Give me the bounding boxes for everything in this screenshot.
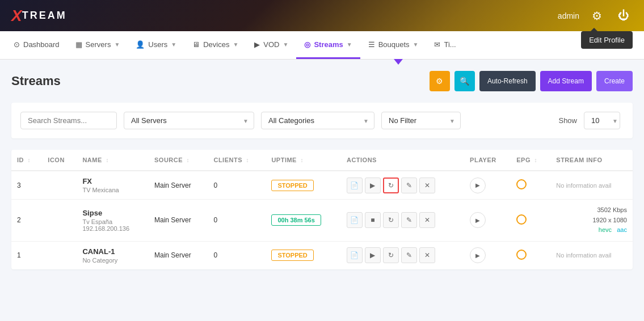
settings-button[interactable]: ⚙ (588, 7, 606, 25)
epg-indicator (516, 250, 527, 260)
col-player: PLAYER (464, 150, 511, 171)
nav-item-users[interactable]: 👤 Users ▼ (128, 31, 184, 59)
row-stream-info: No information avail (550, 171, 633, 200)
col-icon: ICON (42, 150, 77, 171)
stream-resolution: 1920 x 1080 (556, 216, 627, 226)
nav-label-vod: VOD (263, 40, 279, 49)
action-stop-btn[interactable]: ■ (365, 212, 381, 228)
nav-label-servers: Servers (86, 40, 111, 49)
col-stream-info: STREAM INFO (550, 150, 633, 171)
row-name: FX TV Mexicana (77, 171, 149, 200)
row-name: CANAL-1 No Category (77, 241, 149, 269)
epg-indicator (516, 214, 527, 225)
action-play-btn[interactable]: ▶ (365, 178, 381, 193)
servers-caret: ▼ (114, 41, 120, 48)
row-id: 1 (11, 241, 42, 269)
row-name: Sipse Tv España 192.168.200.136 (77, 200, 149, 242)
col-actions: ACTIONS (341, 150, 464, 171)
header-right: admin ⚙ ⏻ (558, 7, 633, 25)
action-file-btn[interactable]: 📄 (347, 178, 363, 193)
row-id: 2 (11, 200, 42, 242)
streams-icon: ◎ (304, 40, 310, 49)
row-stream-info: 3502 Kbps 1920 x 1080 hevc aac (550, 200, 633, 242)
row-stream-info: No information avail (550, 241, 633, 269)
show-count-wrapper: 10 25 50 100 (584, 112, 624, 129)
create-button[interactable]: Create (596, 71, 633, 91)
action-file-btn[interactable]: 📄 (347, 247, 363, 263)
player-play-btn[interactable]: ▶ (470, 212, 486, 228)
col-epg: EPG ↕ (511, 150, 550, 171)
table-row: 2 Sipse Tv España 192.168.200.136 Main S… (11, 200, 633, 242)
action-refresh-btn[interactable]: ↻ (383, 212, 399, 228)
streams-table-container: ID ↕ ICON NAME ↕ SOURCE ↕ CLIENTS ↕ UPTI… (11, 150, 633, 269)
logo-text: TREAM (22, 10, 67, 22)
nav-item-tickets[interactable]: ✉ Ti... (426, 31, 464, 59)
action-delete-btn[interactable]: ✕ (419, 178, 435, 193)
nav-item-devices[interactable]: 🖥 Devices ▼ (184, 31, 246, 59)
filter-button[interactable]: ⚙ (430, 71, 450, 91)
edit-profile-tooltip: Edit Profile (581, 31, 633, 49)
row-player: ▶ (464, 171, 511, 200)
users-icon: 👤 (136, 40, 145, 49)
row-source: Main Server (149, 171, 208, 200)
bouquets-caret: ▼ (413, 41, 419, 48)
row-actions: 📄 ■ ↻ ✎ ✕ (341, 200, 464, 242)
action-edit-btn[interactable]: ✎ (401, 212, 417, 228)
nav-item-bouquets[interactable]: ☰ Bouquets ▼ (360, 31, 427, 59)
row-source: Main Server (149, 241, 208, 269)
row-clients: 0 (208, 171, 266, 200)
action-edit-btn[interactable]: ✎ (401, 247, 417, 263)
player-play-btn[interactable]: ▶ (470, 247, 486, 263)
action-edit-btn[interactable]: ✎ (401, 178, 417, 193)
nav-item-servers[interactable]: ▦ Servers ▼ (68, 31, 128, 59)
nav-active-arrow (394, 59, 403, 65)
action-play-btn[interactable]: ▶ (365, 247, 381, 263)
nofilter-select[interactable]: No Filter (381, 112, 461, 129)
streams-table: ID ↕ ICON NAME ↕ SOURCE ↕ CLIENTS ↕ UPTI… (11, 150, 633, 269)
search-toggle-button[interactable]: 🔍 (454, 71, 475, 91)
row-uptime: STOPPED (266, 241, 341, 269)
nav-item-streams[interactable]: ◎ Streams ▼ (296, 31, 360, 59)
server-filter-select[interactable]: All Servers Main Server (124, 112, 254, 129)
col-source: SOURCE ↕ (149, 150, 208, 171)
header-actions: ⚙ 🔍 Auto-Refresh Add Stream Create (430, 71, 633, 91)
row-uptime: 00h 38m 56s (266, 200, 341, 242)
nav-item-dashboard[interactable]: ⊙ Dashboard (6, 31, 68, 59)
add-stream-button[interactable]: Add Stream (540, 71, 592, 91)
vod-caret: ▼ (283, 41, 289, 48)
bouquets-icon: ☰ (368, 40, 375, 49)
action-refresh-btn[interactable]: ↻ (383, 247, 399, 263)
row-icon (42, 171, 77, 200)
action-delete-btn[interactable]: ✕ (419, 247, 435, 263)
action-file-btn[interactable]: 📄 (347, 212, 363, 228)
dashboard-icon: ⊙ (14, 40, 20, 49)
stream-kbps: 3502 Kbps (556, 205, 627, 216)
page-title: Streams (11, 74, 61, 88)
action-restart-btn[interactable]: ↻ (383, 178, 399, 193)
row-player: ▶ (464, 200, 511, 242)
logout-button[interactable]: ⏻ (614, 7, 633, 25)
nav-label-tickets: Ti... (444, 40, 456, 49)
logo-x: X (11, 7, 22, 25)
action-delete-btn[interactable]: ✕ (419, 212, 435, 228)
auto-refresh-button[interactable]: Auto-Refresh (479, 71, 536, 91)
category-filter-select[interactable]: All Categories (261, 112, 374, 129)
player-play-btn[interactable]: ▶ (470, 178, 486, 193)
show-count-select[interactable]: 10 25 50 100 (584, 112, 620, 129)
table-row: 3 FX TV Mexicana Main Server 0 STOPPED 📄 (11, 171, 633, 200)
row-clients: 0 (208, 241, 266, 269)
row-id: 3 (11, 171, 42, 200)
main-content: Streams ⚙ 🔍 Auto-Refresh Add Stream Crea… (0, 60, 644, 281)
search-input[interactable] (20, 112, 117, 129)
col-id: ID ↕ (11, 150, 42, 171)
table-row: 1 CANAL-1 No Category Main Server 0 STOP… (11, 241, 633, 269)
devices-icon: 🖥 (192, 40, 200, 49)
row-epg (511, 171, 550, 200)
category-filter-wrapper: All Categories (261, 112, 374, 129)
col-name: NAME ↕ (77, 150, 149, 171)
nav-item-vod[interactable]: ▶ VOD ▼ (246, 31, 296, 59)
nav-bar: ⊙ Dashboard ▦ Servers ▼ 👤 Users ▼ 🖥 Devi… (0, 31, 644, 60)
admin-username: admin (558, 11, 579, 20)
row-source: Main Server (149, 200, 208, 242)
row-player: ▶ (464, 241, 511, 269)
